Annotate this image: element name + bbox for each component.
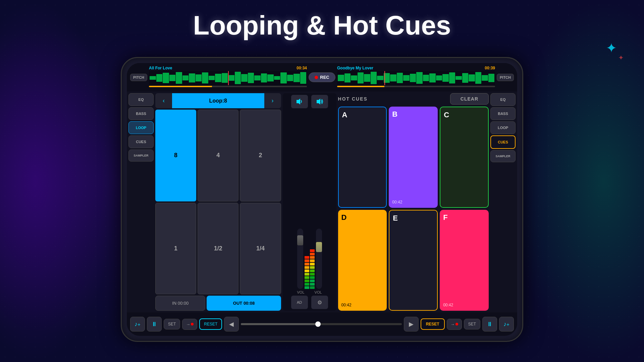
cue-pad-f[interactable]: F 00:42 — [440, 210, 489, 311]
left-fader[interactable] — [297, 229, 303, 289]
right-arrow-dot-button[interactable]: → — [447, 319, 462, 330]
left-track-name: All For Love — [149, 66, 172, 70]
left-play-prev-button[interactable]: ◀ — [224, 317, 239, 331]
loop-header: ‹ Loop:8 › — [155, 93, 281, 108]
left-music-button[interactable]: ♪+ — [130, 317, 145, 331]
right-pause-button[interactable]: ⏸ — [482, 317, 497, 331]
waveform-section: PITCH All For Love 00:34 — [127, 63, 517, 92]
cue-pad-e[interactable]: E — [389, 210, 438, 311]
right-fader-group — [316, 229, 322, 289]
left-bass-button[interactable]: BASS — [128, 107, 154, 120]
rec-button[interactable]: REC — [309, 72, 335, 82]
progress-thumb — [315, 321, 321, 327]
svg-marker-0 — [297, 99, 300, 105]
eq-col-2 — [310, 249, 315, 289]
right-arrow: → — [450, 322, 455, 327]
hot-cues-title: HOT CUES — [338, 96, 368, 102]
left-arrow-dot-button[interactable]: → — [182, 319, 197, 330]
rec-dot — [315, 76, 318, 79]
left-eq-button[interactable]: EQ — [128, 93, 154, 106]
progress-slider[interactable] — [241, 323, 401, 325]
right-reset-button[interactable]: RESET — [421, 318, 445, 330]
right-sidebar: EQ BASS LOOP CUES SAMPLER — [490, 93, 516, 311]
right-bass-button[interactable]: BASS — [490, 107, 516, 120]
right-cues-button[interactable]: CUES — [490, 135, 516, 149]
cue-d-time: 00:42 — [341, 303, 384, 307]
loop-out-label: OUT 00:08 — [233, 301, 255, 306]
pitch-right-button[interactable]: PITCH — [497, 74, 514, 81]
loop-display[interactable]: Loop:8 — [172, 93, 264, 108]
loop-cell-8[interactable]: 8 — [155, 110, 196, 201]
rec-label: REC — [320, 75, 329, 80]
progress-fill — [241, 323, 318, 325]
loop-grid: 8 4 2 1 1/2 1/4 — [155, 110, 281, 294]
right-sampler-button[interactable]: SAMPLER — [490, 150, 516, 162]
vol-right-icon[interactable] — [311, 95, 328, 108]
right-progress-line — [337, 86, 495, 87]
loop-cell-2[interactable]: 2 — [240, 110, 281, 201]
phone-frame: PITCH All For Love 00:34 — [121, 57, 523, 342]
right-fader[interactable] — [316, 229, 322, 289]
left-progress-line — [149, 86, 307, 87]
left-reset-button[interactable]: RESET — [199, 318, 222, 330]
right-set-button[interactable]: SET — [464, 319, 480, 329]
mixer-section: VOL VOL AD ⚙ — [283, 93, 336, 311]
settings-icon-button[interactable]: ⚙ — [311, 296, 328, 309]
svg-marker-1 — [317, 99, 320, 105]
vol-left-icon[interactable] — [291, 95, 308, 108]
loop-out-button[interactable]: OUT 00:08 — [207, 296, 281, 311]
loop-cell-half[interactable]: 1/2 — [198, 203, 238, 295]
left-playhead — [228, 71, 229, 85]
loop-cell-quarter[interactable]: 1/4 — [240, 203, 281, 295]
volume-icons — [291, 95, 328, 108]
loop-next-button[interactable]: › — [264, 93, 281, 108]
right-music-button[interactable]: ♪+ — [499, 317, 514, 331]
left-pause-button[interactable]: ⏸ — [147, 317, 162, 331]
loop-cell-4[interactable]: 4 — [198, 110, 238, 201]
left-set-button[interactable]: SET — [164, 319, 180, 329]
left-fader-group — [297, 229, 303, 289]
cue-pad-c[interactable]: C — [440, 107, 489, 208]
right-loop-button[interactable]: LOOP — [490, 121, 516, 134]
right-eq-button[interactable]: EQ — [490, 93, 516, 106]
loop-cell-1[interactable]: 1 — [155, 203, 196, 295]
ad-button[interactable]: AD — [291, 296, 308, 309]
pitch-left-button[interactable]: PITCH — [130, 74, 147, 81]
hot-cues-section: HOT CUES CLEAR A B 00:42 — [338, 93, 489, 311]
cue-pad-a[interactable]: A — [338, 107, 387, 208]
cue-grid: A B 00:42 C D 0 — [338, 107, 489, 311]
right-play-next-button[interactable]: ▶ — [404, 317, 419, 331]
cue-pad-d[interactable]: D 00:42 — [338, 210, 387, 311]
left-waveform-visual[interactable] — [149, 71, 307, 85]
right-track-info: Goodbye My Lover 00:39 — [337, 66, 495, 70]
right-waveform-visual[interactable] — [337, 71, 495, 85]
left-sampler-button[interactable]: SAMPLER — [128, 149, 154, 162]
cue-a-letter: A — [342, 111, 383, 119]
eq-bars — [305, 222, 315, 289]
right-track-time: 00:39 — [485, 66, 495, 70]
corner-decoration: ✦ — [606, 40, 617, 56]
right-waveform: Goodbye My Lover 00:39 — [337, 66, 495, 89]
loop-in-label: IN 00:00 — [172, 301, 189, 306]
clear-button[interactable]: CLEAR — [450, 93, 489, 105]
left-cues-button[interactable]: CUES — [128, 135, 154, 148]
cue-e-letter: E — [393, 214, 434, 223]
left-loop-button[interactable]: LOOP — [128, 121, 154, 134]
left-waveform: All For Love 00:34 — [149, 66, 307, 89]
loop-prev-button[interactable]: ‹ — [155, 93, 172, 108]
vol-labels: VOL VOL — [297, 290, 322, 294]
main-content: EQ BASS LOOP CUES SAMPLER ‹ Loop:8 › 8 4… — [127, 92, 517, 312]
bg-right-figure — [510, 0, 644, 362]
right-red-dot — [455, 323, 458, 325]
right-waveform-bars — [337, 71, 495, 85]
loop-in-button[interactable]: IN 00:00 — [155, 296, 205, 311]
faders-container — [297, 110, 322, 289]
cue-f-time: 00:42 — [443, 303, 485, 307]
left-track-time: 00:34 — [297, 66, 307, 70]
phone-inner: PITCH All For Love 00:34 — [127, 63, 517, 336]
right-track-name: Goodbye My Lover — [337, 66, 373, 70]
eq-col-1 — [305, 256, 309, 289]
cue-b-time: 00:42 — [392, 200, 434, 204]
cue-b-letter: B — [392, 110, 434, 119]
cue-pad-b[interactable]: B 00:42 — [389, 107, 438, 208]
